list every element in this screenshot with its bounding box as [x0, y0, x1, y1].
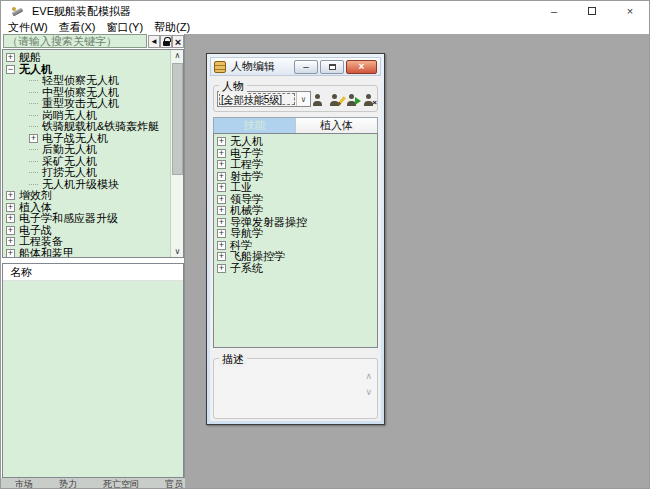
dialog-title-bar[interactable]: 人物编辑 – ×	[210, 57, 381, 76]
tree-item-label: 轻型侦察无人机	[42, 75, 119, 87]
scroll-down-icon[interactable]: ∨	[171, 246, 184, 257]
search-input[interactable]	[3, 34, 147, 48]
menu-window[interactable]: 窗口(Y)	[105, 20, 144, 35]
expand-icon[interactable]: +	[217, 229, 226, 238]
expand-icon[interactable]: +	[6, 226, 15, 235]
tree-item[interactable]: +飞船操控学	[214, 251, 377, 263]
expand-icon[interactable]: +	[217, 264, 226, 273]
tree-scrollbar[interactable]: ∧ ∨	[170, 50, 183, 257]
search-back-button[interactable]: ◄	[148, 35, 160, 48]
tree-item[interactable]: +工程学	[214, 159, 377, 171]
expand-icon[interactable]: +	[29, 134, 38, 143]
title-bar: EVE舰船装配模拟器 – ×	[1, 1, 649, 21]
delete-character-button[interactable]: ×	[362, 93, 375, 106]
expand-icon[interactable]: +	[217, 206, 226, 215]
menu-view[interactable]: 查看(X)	[58, 20, 97, 35]
tree-connector	[29, 115, 38, 116]
expand-icon[interactable]: +	[217, 241, 226, 250]
import-character-button[interactable]	[345, 93, 358, 106]
tree-item-label: 电子学和感应器升级	[19, 213, 118, 225]
expand-icon[interactable]: +	[6, 237, 15, 246]
expand-icon[interactable]: +	[6, 214, 15, 223]
market-tree-items: +舰船−无人机轻型侦察无人机中型侦察无人机重型攻击无人机岗哨无人机铁骑舰载机&铁…	[3, 50, 183, 258]
delete-x-icon: ×	[372, 99, 377, 107]
expand-icon[interactable]: +	[217, 172, 226, 181]
minimize-icon: –	[551, 5, 557, 17]
tree-item-label: 无人机	[230, 136, 263, 148]
close-button[interactable]: ×	[611, 1, 649, 21]
dialog-restore-button[interactable]	[320, 60, 344, 74]
tree-item[interactable]: +电子学和感应器升级	[3, 213, 183, 225]
chevron-down-icon[interactable]: ∨	[296, 92, 310, 106]
tree-item[interactable]: +舰船	[3, 52, 183, 64]
close-icon: ×	[359, 61, 365, 72]
bottom-tab-bar: 市场 势力 死亡空间 官员	[1, 478, 185, 489]
menu-bar: 文件(W) 查看(X) 窗口(Y) 帮助(Z)	[1, 21, 649, 34]
scroll-up-icon[interactable]: ∧	[171, 50, 184, 61]
scroll-up-icon[interactable]: ∧	[365, 371, 372, 381]
tree-item[interactable]: 后勤无人机	[3, 144, 183, 156]
tree-connector	[29, 126, 38, 127]
search-lock-button[interactable]	[160, 35, 172, 48]
tree-item-label: 工程学	[230, 159, 263, 171]
tree-item[interactable]: +船体和装甲	[3, 248, 183, 259]
tree-connector	[29, 103, 38, 104]
tree-item[interactable]: 铁骑舰载机&铁骑轰炸艇	[3, 121, 183, 133]
tree-item[interactable]: +增效剂	[3, 190, 183, 202]
character-group: 人物 [全部技能5级] ∨ ×	[213, 85, 378, 112]
menu-help[interactable]: 帮助(Z)	[153, 20, 191, 35]
expand-icon[interactable]: +	[6, 191, 15, 200]
tab-implants[interactable]: 植入体	[295, 118, 377, 133]
tree-item[interactable]: 轻型侦察无人机	[3, 75, 183, 87]
expand-icon[interactable]: +	[6, 53, 15, 62]
tree-item[interactable]: 重型攻击无人机	[3, 98, 183, 110]
tab-skills[interactable]: 技能	[214, 118, 295, 133]
search-clear-button[interactable]: ×	[172, 35, 184, 48]
tree-item-label: 工业	[230, 182, 252, 194]
tree-item[interactable]: +机械学	[214, 205, 377, 217]
menu-file[interactable]: 文件(W)	[7, 20, 49, 35]
edit-character-button[interactable]	[328, 93, 341, 106]
tab-faction[interactable]: 势力	[59, 478, 77, 489]
tree-item[interactable]: +工程装备	[3, 236, 183, 248]
tree-item[interactable]: +工业	[214, 182, 377, 194]
tree-item-label: 船体和装甲	[19, 248, 74, 259]
character-editor-icon	[214, 61, 226, 73]
tree-item[interactable]: +无人机	[214, 136, 377, 148]
tab-officer[interactable]: 官员	[165, 478, 183, 489]
tab-market[interactable]: 市场	[15, 478, 33, 489]
tree-item-label: 飞船操控学	[230, 251, 285, 263]
scroll-down-icon[interactable]: ∨	[365, 387, 372, 397]
restore-icon	[329, 64, 336, 70]
green-arrow-icon	[355, 97, 361, 105]
dialog-minimize-button[interactable]: –	[294, 60, 318, 74]
minimize-button[interactable]: –	[535, 1, 573, 21]
dialog-close-button[interactable]: ×	[346, 60, 377, 74]
window-title: EVE舰船装配模拟器	[32, 4, 131, 19]
expand-icon[interactable]: +	[6, 203, 15, 212]
expand-icon[interactable]: +	[217, 195, 226, 204]
tree-item[interactable]: +导航学	[214, 228, 377, 240]
expand-icon[interactable]: +	[217, 137, 226, 146]
expand-icon[interactable]: +	[217, 160, 226, 169]
tab-deadspace[interactable]: 死亡空间	[103, 478, 139, 489]
tree-item[interactable]: +子系统	[214, 263, 377, 275]
tree-item-label: 子系统	[230, 263, 263, 275]
tree-item-label: 工程装备	[19, 236, 63, 248]
tree-connector	[29, 161, 38, 162]
expand-icon[interactable]: +	[217, 218, 226, 227]
character-select-value: [全部技能5级]	[219, 93, 295, 105]
collapse-icon[interactable]: −	[6, 65, 15, 74]
maximize-button[interactable]	[573, 1, 611, 21]
expand-icon[interactable]: +	[217, 149, 226, 158]
expand-icon[interactable]: +	[217, 252, 226, 261]
tree-item[interactable]: 打捞无人机	[3, 167, 183, 179]
minimize-icon: –	[303, 61, 309, 72]
expand-icon[interactable]: +	[6, 249, 15, 258]
new-character-button[interactable]	[311, 93, 324, 106]
expand-icon[interactable]: +	[217, 183, 226, 192]
scrollbar-thumb[interactable]	[172, 63, 183, 175]
workspace: ◄ × +舰船−无人机轻型侦察无人机中型侦察无人机重型攻击无人机岗哨无人机铁骑舰…	[1, 34, 650, 489]
item-list-panel: 名称	[2, 263, 184, 478]
dialog-tab-bar: 技能 植入体	[213, 117, 378, 133]
